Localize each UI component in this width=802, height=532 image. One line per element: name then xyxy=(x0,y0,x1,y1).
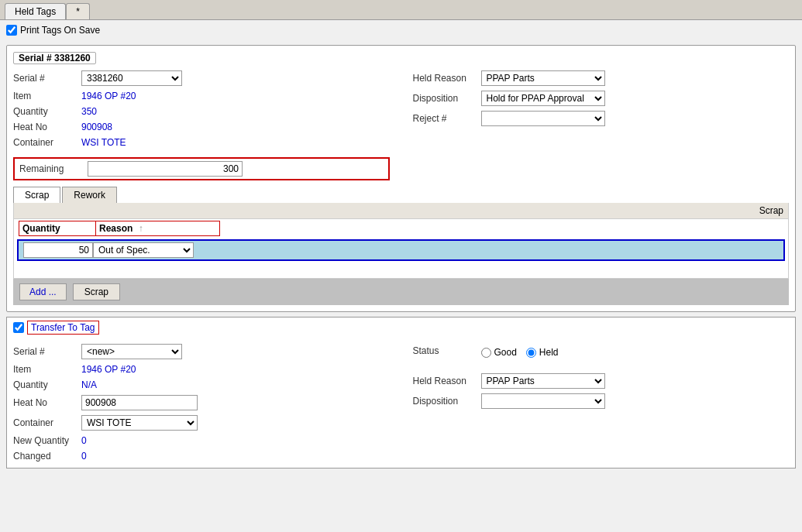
scrap-rework-tabs: Scrap Rework xyxy=(13,187,789,203)
serial-form-section: Serial # 3381260 Item 1946 OP #20 Quanti… xyxy=(13,70,789,180)
transfer-section: Transfer To Tag Serial # <new> Item 1946… xyxy=(6,317,796,469)
item-label: Item xyxy=(13,91,75,101)
status-good-radio[interactable] xyxy=(481,348,491,358)
disposition-label: Disposition xyxy=(413,93,475,104)
transfer-item-label: Item xyxy=(13,364,75,375)
heat-no-value: 900908 xyxy=(81,122,112,132)
transfer-container-label: Container xyxy=(13,417,75,428)
transfer-quantity-row: Quantity N/A xyxy=(13,379,390,390)
serial-right-col: Held Reason PPAP Parts Disposition Hold … xyxy=(413,70,790,180)
transfer-checkbox[interactable] xyxy=(13,322,24,333)
status-good-label: Good xyxy=(494,347,517,358)
status-held-label: Held xyxy=(539,347,559,358)
transfer-header: Transfer To Tag xyxy=(7,317,795,338)
disposition-row: Disposition Hold for PPAP Approval xyxy=(413,91,790,106)
heat-no-row: Heat No 900908 xyxy=(13,122,390,132)
scrap-data-row: Out of Spec. Damaged Wrong Item Other xyxy=(17,239,785,261)
item-row: Item 1946 OP #20 xyxy=(13,91,390,101)
transfer-item-row: Item 1946 OP #20 xyxy=(13,364,390,375)
tab-held-tags[interactable]: Held Tags xyxy=(5,3,66,19)
transfer-new-qty-label: New Quantity xyxy=(13,435,75,446)
disposition-select[interactable]: Hold for PPAP Approval xyxy=(481,91,605,106)
transfer-heat-no-label: Heat No xyxy=(13,397,75,408)
scrap-tab[interactable]: Scrap xyxy=(13,187,60,203)
transfer-changed-label: Changed xyxy=(13,451,75,462)
scrap-section: Scrap Quantity Reason ↑ Out of Spec. Dam… xyxy=(13,203,789,279)
transfer-held-reason-label: Held Reason xyxy=(413,376,475,386)
serial-panel-title: Serial # 3381260 xyxy=(13,52,96,64)
serial-row: Serial # 3381260 xyxy=(13,70,390,86)
tab-bar: Held Tags * xyxy=(0,0,802,20)
transfer-right-col: Status Good Held Held Reason PPAP Parts xyxy=(413,344,790,462)
rework-tab[interactable]: Rework xyxy=(62,187,117,203)
transfer-serial-select[interactable]: <new> xyxy=(81,344,182,359)
reject-label: Reject # xyxy=(413,113,475,124)
transfer-disposition-row: Disposition xyxy=(413,393,790,409)
tab-asterisk[interactable]: * xyxy=(66,3,90,19)
scrap-action-button[interactable]: Scrap xyxy=(73,283,120,300)
remaining-row: Remaining xyxy=(13,157,390,180)
transfer-status-row: Status Good Held xyxy=(413,344,790,358)
scrap-qty-col-header: Quantity xyxy=(19,221,96,236)
transfer-body: Serial # <new> Item 1946 OP #20 Quantity… xyxy=(7,338,795,468)
transfer-heat-no-row: Heat No xyxy=(13,395,390,410)
add-button[interactable]: Add ... xyxy=(19,283,67,300)
held-reason-select[interactable]: PPAP Parts xyxy=(481,70,605,86)
scrap-reason-col-header: Reason ↑ xyxy=(96,221,220,236)
serial-label: Serial # xyxy=(13,73,75,84)
remaining-input[interactable] xyxy=(88,161,243,177)
transfer-disposition-select[interactable] xyxy=(481,393,605,409)
reject-row: Reject # xyxy=(413,111,790,126)
transfer-quantity-label: Quantity xyxy=(13,379,75,390)
status-held-radio-label[interactable]: Held xyxy=(526,347,559,358)
item-value: 1946 OP #20 xyxy=(81,91,136,101)
transfer-left-col: Serial # <new> Item 1946 OP #20 Quantity… xyxy=(13,344,390,462)
transfer-status-label: Status xyxy=(413,345,475,356)
status-good-radio-label[interactable]: Good xyxy=(481,347,517,358)
transfer-serial-row: Serial # <new> xyxy=(13,344,390,359)
reject-select[interactable] xyxy=(481,111,605,126)
container-row: Container WSI TOTE xyxy=(13,137,390,148)
transfer-heat-no-input[interactable] xyxy=(81,395,198,410)
status-group: Good Held xyxy=(481,347,559,358)
transfer-checkbox-label[interactable]: Transfer To Tag xyxy=(13,321,99,335)
print-on-save-checkbox-label[interactable]: Print Tags On Save xyxy=(6,25,100,36)
toolbar: Print Tags On Save xyxy=(0,20,802,40)
scrap-actions: Add ... Scrap xyxy=(13,279,789,305)
remaining-label: Remaining xyxy=(19,163,81,174)
serial-left-col: Serial # 3381260 Item 1946 OP #20 Quanti… xyxy=(13,70,390,180)
transfer-held-reason-select[interactable]: PPAP Parts xyxy=(481,373,605,389)
transfer-quantity-value: N/A xyxy=(81,379,97,390)
scrap-section-header: Scrap xyxy=(14,203,788,219)
serial-select[interactable]: 3381260 xyxy=(81,70,182,86)
container-value: WSI TOTE xyxy=(81,137,126,148)
transfer-new-qty-row: New Quantity 0 xyxy=(13,435,390,446)
print-on-save-checkbox[interactable] xyxy=(6,25,17,36)
container-label: Container xyxy=(13,137,75,148)
scrap-reason-select[interactable]: Out of Spec. Damaged Wrong Item Other xyxy=(93,242,194,258)
transfer-serial-label: Serial # xyxy=(13,346,75,357)
held-reason-row: Held Reason PPAP Parts xyxy=(413,70,790,86)
quantity-row: Quantity 350 xyxy=(13,106,390,117)
transfer-new-qty-value: 0 xyxy=(81,435,87,446)
transfer-changed-value: 0 xyxy=(81,451,87,462)
transfer-changed-row: Changed 0 xyxy=(13,451,390,462)
heat-no-label: Heat No xyxy=(13,122,75,132)
transfer-disposition-label: Disposition xyxy=(413,396,475,407)
scrap-col-header-row: Quantity Reason ↑ xyxy=(14,219,788,238)
serial-panel: Serial # 3381260 Serial # 3381260 Item 1… xyxy=(6,45,796,312)
transfer-item-value: 1946 OP #20 xyxy=(81,364,136,375)
quantity-value: 350 xyxy=(81,106,97,117)
status-held-radio[interactable] xyxy=(526,348,536,358)
quantity-label: Quantity xyxy=(13,106,75,117)
scrap-spacer xyxy=(14,263,788,278)
held-reason-label: Held Reason xyxy=(413,73,475,84)
scrap-qty-input[interactable] xyxy=(23,242,93,258)
transfer-container-select[interactable]: WSI TOTE xyxy=(81,415,198,431)
transfer-to-tag-label: Transfer To Tag xyxy=(27,321,99,335)
print-on-save-label: Print Tags On Save xyxy=(20,25,100,36)
transfer-held-reason-row: Held Reason PPAP Parts xyxy=(413,373,790,389)
transfer-container-row: Container WSI TOTE xyxy=(13,415,390,431)
